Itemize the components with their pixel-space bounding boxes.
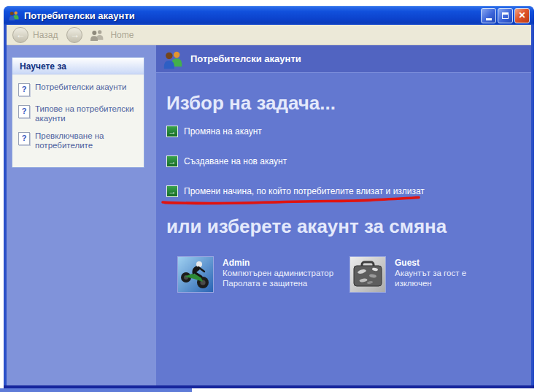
left-panel: Научете за ? Потребителски акаунти ? Тип… bbox=[7, 45, 156, 385]
window-title: Потребителски акаунти bbox=[24, 10, 479, 21]
accounts-heading: или изберете акаунт за смяна bbox=[166, 215, 531, 237]
task-arrow-icon: → bbox=[166, 155, 178, 167]
sidebar-item-label: Потребителски акаунти bbox=[35, 82, 126, 92]
back-button[interactable]: ← bbox=[12, 27, 28, 43]
task-label: Промяна на акаунт bbox=[184, 126, 262, 137]
learn-about-items: ? Потребителски акаунти ? Типове на потр… bbox=[12, 74, 144, 167]
account-tile-guest[interactable]: Guest Акаунтът за гост е изключен bbox=[350, 257, 486, 292]
home-button-label: Home bbox=[110, 30, 134, 40]
forward-arrow-icon: → bbox=[70, 29, 80, 40]
learn-about-header: Научете за bbox=[12, 58, 144, 74]
suitcase-picture bbox=[350, 257, 385, 292]
maximize-button[interactable] bbox=[498, 8, 513, 23]
page-banner: Потребителски акаунти bbox=[156, 45, 531, 73]
account-status: Паролата е защитена bbox=[223, 278, 333, 288]
back-arrow-icon: ← bbox=[16, 29, 26, 40]
users-icon bbox=[8, 9, 20, 21]
sidebar-item-user-accounts[interactable]: ? Потребителски акаунти bbox=[18, 82, 138, 96]
help-page-icon: ? bbox=[18, 105, 30, 118]
close-icon: ✕ bbox=[518, 10, 525, 20]
banner-title: Потребителски акаунти bbox=[190, 53, 301, 64]
help-page-icon: ? bbox=[18, 83, 30, 96]
sidebar-item-account-types[interactable]: ? Типове на потребителски акаунти bbox=[18, 104, 138, 123]
task-link-create-account[interactable]: → Създаване на нов акаунт bbox=[166, 155, 531, 167]
account-text: Admin Компютърен администратор Паролата … bbox=[223, 257, 333, 288]
minimize-button[interactable] bbox=[481, 8, 496, 23]
sidebar-item-label: Типове на потребителски акаунти bbox=[35, 104, 138, 123]
account-tile-admin[interactable]: Admin Компютърен администратор Паролата … bbox=[178, 257, 350, 292]
motocross-picture bbox=[178, 257, 213, 292]
user-accounts-window: Потребителски акаунти ✕ ← Назад → Home Н… bbox=[4, 6, 534, 388]
task-link-change-account[interactable]: → Промяна на акаунт bbox=[166, 126, 531, 137]
help-page-icon: ? bbox=[18, 132, 30, 145]
forward-button[interactable]: → bbox=[66, 27, 82, 43]
task-label: Създаване на нов акаунт bbox=[184, 156, 287, 166]
back-button-label: Назад bbox=[33, 30, 58, 40]
task-arrow-icon: → bbox=[166, 126, 178, 137]
task-arrow-icon: → bbox=[166, 185, 178, 197]
accounts-row: Admin Компютърен администратор Паролата … bbox=[178, 257, 531, 292]
navigation-toolbar: ← Назад → Home bbox=[7, 25, 531, 45]
content-area: Научете за ? Потребителски акаунти ? Тип… bbox=[7, 45, 531, 385]
background-artifact bbox=[0, 388, 192, 392]
task-label: Промени начина, по който потребителите в… bbox=[184, 186, 425, 196]
main-body: Избор на задача... → Промяна на акаунт →… bbox=[156, 92, 531, 292]
user-accounts-icon bbox=[162, 48, 184, 70]
titlebar: Потребителски акаунти ✕ bbox=[4, 6, 534, 25]
account-text: Guest Акаунтът за гост е изключен bbox=[395, 257, 486, 288]
minimize-icon bbox=[486, 18, 492, 20]
home-button[interactable]: Home bbox=[90, 29, 134, 41]
main-panel: Потребителски акаунти Избор на задача...… bbox=[156, 45, 531, 385]
learn-about-box: Научете за ? Потребителски акаунти ? Тип… bbox=[12, 57, 144, 168]
sidebar-item-label: Превключване на потребителите bbox=[35, 131, 138, 150]
account-name: Admin bbox=[223, 258, 333, 268]
maximize-icon bbox=[502, 12, 509, 19]
sidebar-item-user-switching[interactable]: ? Превключване на потребителите bbox=[18, 131, 138, 150]
account-name: Guest bbox=[395, 258, 486, 268]
task-link-change-logon[interactable]: → Промени начина, по който потребителите… bbox=[166, 185, 531, 197]
close-button[interactable]: ✕ bbox=[514, 8, 530, 23]
home-users-icon bbox=[90, 29, 106, 41]
account-description: Компютърен администратор bbox=[223, 268, 333, 278]
task-heading: Избор на задача... bbox=[166, 92, 531, 114]
account-description: Акаунтът за гост е изключен bbox=[395, 268, 486, 288]
